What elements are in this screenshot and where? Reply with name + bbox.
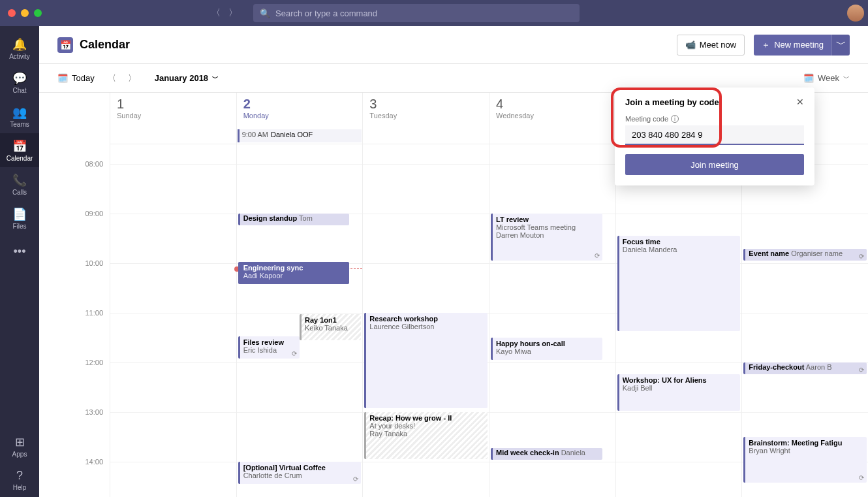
meeting-code-label: Meeting code i <box>625 115 804 123</box>
event-ray-1on1[interactable]: Ray 1on1Keiko Tanaka <box>300 314 361 340</box>
view-switch[interactable]: 🗓️ Week ﹀ <box>803 73 850 83</box>
event-lt-review[interactable]: LT reviewMicrosoft Teams meetingDarren M… <box>491 214 602 261</box>
apps-icon: ⊞ <box>15 435 25 449</box>
day-col-wed[interactable]: LT reviewMicrosoft Teams meetingDarren M… <box>489 144 615 497</box>
nav-arrows: 〈 〉 <box>211 7 238 19</box>
rail-apps[interactable]: ⊞Apps <box>0 429 39 463</box>
nav-back-icon[interactable]: 〈 <box>211 7 221 19</box>
maximize-window[interactable] <box>34 9 42 17</box>
event-design-standup[interactable]: Design standup Tom <box>238 214 350 225</box>
phone-icon: 📞 <box>12 173 27 187</box>
day-header-wed: 4Wednesday <box>489 93 615 129</box>
day-col-sun[interactable] <box>110 144 236 497</box>
calendar-header-icon: 📅 <box>57 37 73 53</box>
recur-icon: ⟳ <box>859 474 864 481</box>
page-header: 📅 Calendar 📹 Meet now ＋ New meeting ﹀ <box>39 26 868 64</box>
day-col-fri[interactable]: Event name Organiser name ⟳ Friday-check… <box>741 144 868 497</box>
next-week-button[interactable]: 〉 <box>128 72 136 84</box>
recur-icon: ⟳ <box>859 366 864 374</box>
titlebar: 〈 〉 🔍 Search or type a command <box>0 0 868 26</box>
chat-icon: 💬 <box>12 71 27 86</box>
new-meeting-split: ＋ New meeting ﹀ <box>754 35 850 56</box>
event-brainstorm[interactable]: Brainstorm: Meeting FatiguBryan Wright ⟳ <box>743 437 867 483</box>
plus-icon: ＋ <box>762 39 770 51</box>
calendar-view-icon: 🗓️ <box>803 73 814 83</box>
close-window[interactable] <box>8 9 16 17</box>
allday-tue[interactable] <box>362 129 489 144</box>
time-gutter: 08:00 09:00 10:00 11:00 12:00 13:00 14:0… <box>39 144 110 497</box>
event-engineering-sync[interactable]: Engineering syncAadi Kapoor <box>238 262 350 284</box>
event-files-review[interactable]: Files reviewEric Ishida ⟳ <box>238 336 300 359</box>
search-icon: 🔍 <box>260 8 270 18</box>
file-icon: 📄 <box>12 207 27 221</box>
video-icon: 📹 <box>685 40 696 50</box>
event-virtual-coffee[interactable]: [Optional] Virtual CoffeeCharlotte de Cr… <box>238 462 362 484</box>
day-col-tue[interactable]: Research workshopLaurence Gilbertson Rec… <box>362 144 489 497</box>
event-workshop-ux[interactable]: Workshop: UX for AliensKadji Bell <box>617 374 741 411</box>
join-meeting-popover: Join a meeting by code ✕ Meeting code i … <box>615 88 814 185</box>
search-bar[interactable]: 🔍 Search or type a command <box>253 4 580 22</box>
rail-activity[interactable]: 🔔Activity <box>0 31 39 65</box>
day-header-tue: 3Tuesday <box>362 93 489 129</box>
calendar-today-icon: 🗓️ <box>57 73 68 83</box>
chevron-down-icon: ﹀ <box>836 38 846 52</box>
chevron-down-icon: ﹀ <box>843 74 850 83</box>
nav-forward-icon[interactable]: 〉 <box>228 7 238 19</box>
rail-teams[interactable]: 👥Teams <box>0 99 39 133</box>
new-meeting-dropdown[interactable]: ﹀ <box>831 35 850 56</box>
chevron-down-icon: ﹀ <box>212 74 219 83</box>
event-mid-week-checkin[interactable]: Mid week check-in Daniela <box>491 448 602 460</box>
window-controls <box>8 9 42 17</box>
recur-icon: ⟳ <box>595 252 600 259</box>
day-header-mon: 2Monday <box>236 93 363 129</box>
day-header-sun: 1Sunday <box>110 93 236 129</box>
event-event-name[interactable]: Event name Organiser name ⟳ <box>743 249 867 261</box>
recur-icon: ⟳ <box>292 350 297 357</box>
event-focus-time[interactable]: Focus timeDaniela Mandera <box>617 236 741 331</box>
left-rail: 🔔Activity 💬Chat 👥Teams 📅Calendar 📞Calls … <box>0 26 39 497</box>
rail-more[interactable]: ••• <box>0 235 39 269</box>
meet-now-button[interactable]: 📹 Meet now <box>677 35 745 56</box>
help-icon: ? <box>16 469 23 483</box>
recur-icon: ⟳ <box>353 475 358 483</box>
info-icon[interactable]: i <box>671 115 679 123</box>
month-picker[interactable]: January 2018 ﹀ <box>155 73 219 83</box>
rail-chat[interactable]: 💬Chat <box>0 65 39 99</box>
user-avatar[interactable] <box>847 5 864 22</box>
bell-icon: 🔔 <box>12 37 27 52</box>
allday-event-daniela-oof[interactable]: 9:00 AMDaniela OOF <box>238 129 362 142</box>
allday-sun[interactable] <box>110 129 236 144</box>
day-col-thu[interactable]: Focus timeDaniela Mandera Workshop: UX f… <box>615 144 742 497</box>
popover-close-button[interactable]: ✕ <box>796 97 804 107</box>
today-button[interactable]: 🗓️ Today <box>57 73 95 83</box>
prev-week-button[interactable]: 〈 <box>108 72 116 84</box>
event-research-workshop[interactable]: Research workshopLaurence Gilbertson <box>364 313 488 408</box>
allday-mon[interactable]: 9:00 AMDaniela OOF <box>236 129 363 144</box>
event-happy-hours[interactable]: Happy hours on-callKayo Miwa <box>491 338 602 360</box>
event-friday-checkout[interactable]: Friday-checkout Aaron B ⟳ <box>743 362 867 374</box>
meeting-code-input[interactable] <box>625 125 804 145</box>
popover-title: Join a meeting by code <box>625 97 719 107</box>
page-title: Calendar <box>80 38 130 52</box>
more-icon: ••• <box>14 245 26 259</box>
allday-wed[interactable] <box>489 129 615 144</box>
close-icon: ✕ <box>796 97 804 107</box>
teams-icon: 👥 <box>12 105 27 120</box>
day-col-mon[interactable]: Design standup Tom Engineering syncAadi … <box>236 144 363 497</box>
join-meeting-button[interactable]: Join meeting <box>625 154 804 175</box>
search-placeholder: Search or type a command <box>275 8 377 18</box>
rail-calls[interactable]: 📞Calls <box>0 167 39 201</box>
calendar-icon: 📅 <box>12 139 27 153</box>
new-meeting-button[interactable]: ＋ New meeting <box>754 35 831 56</box>
minimize-window[interactable] <box>21 9 29 17</box>
rail-help[interactable]: ?Help <box>0 463 39 497</box>
rail-files[interactable]: 📄Files <box>0 201 39 235</box>
event-recap[interactable]: Recap: How we grow - IIAt your desks!Ray… <box>364 412 488 459</box>
recur-icon: ⟳ <box>859 253 864 260</box>
rail-calendar[interactable]: 📅Calendar <box>0 133 39 167</box>
